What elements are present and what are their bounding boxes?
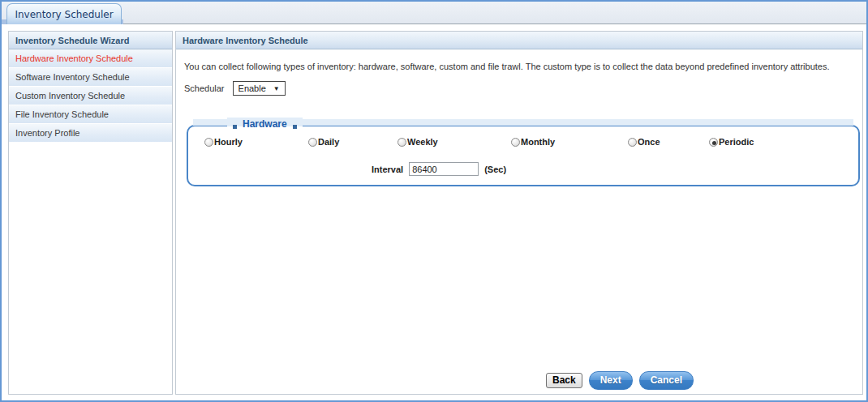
radio-option-daily[interactable]: Daily	[308, 137, 339, 147]
radio-icon[interactable]	[511, 138, 520, 147]
page-title: Hardware Inventory Schedule	[176, 32, 862, 49]
schedular-row: Schedular Enable ▼	[184, 81, 862, 96]
cancel-button[interactable]: Cancel	[639, 371, 694, 390]
radio-icon[interactable]	[709, 138, 718, 147]
radio-label: Periodic	[719, 137, 754, 147]
content-area: Inventory Schedule Wizard Hardware Inven…	[8, 31, 863, 395]
button-row: Back Next Cancel	[546, 371, 694, 390]
back-button[interactable]: Back	[546, 373, 582, 388]
tab-label: Inventory Scheduler	[15, 9, 113, 20]
schedular-selected-value: Enable	[238, 83, 266, 93]
schedular-label: Schedular	[184, 83, 225, 93]
radio-option-periodic[interactable]: Periodic	[709, 137, 754, 147]
next-button[interactable]: Next	[589, 371, 633, 390]
main-panel: Hardware Inventory Schedule You can coll…	[175, 31, 863, 395]
sidebar-item-custom-inventory-schedule[interactable]: Custom Inventory Schedule	[9, 87, 172, 105]
chevron-down-icon: ▼	[273, 85, 280, 92]
sidebar-item-file-inventory-schedule[interactable]: File Inventory Schedule	[9, 105, 172, 124]
radio-option-once[interactable]: Once	[628, 137, 660, 147]
description-text: You can collect following types of inven…	[184, 62, 854, 71]
tab-strip: Inventory Scheduler	[2, 2, 866, 24]
radio-label: Hourly	[214, 137, 243, 147]
legend-dot-right-icon	[293, 125, 297, 129]
sidebar-title: Inventory Schedule Wizard	[9, 32, 172, 49]
radio-icon[interactable]	[628, 138, 637, 147]
radio-option-monthly[interactable]: Monthly	[511, 137, 555, 147]
radio-label: Weekly	[407, 137, 438, 147]
wizard-sidebar: Inventory Schedule Wizard Hardware Inven…	[8, 31, 173, 395]
legend-label: Hardware	[243, 118, 287, 130]
interval-row: Interval (Sec)	[372, 162, 506, 176]
sidebar-item-inventory-profile[interactable]: Inventory Profile	[9, 124, 172, 143]
inventory-scheduler-window: Inventory Scheduler Inventory Schedule W…	[0, 0, 868, 402]
radio-option-hourly[interactable]: Hourly	[204, 137, 243, 147]
interval-input[interactable]	[409, 162, 479, 176]
radio-icon[interactable]	[308, 138, 317, 147]
radio-icon[interactable]	[397, 138, 406, 147]
hardware-legend: Hardware	[227, 118, 303, 130]
interval-label: Interval	[372, 165, 403, 174]
radio-option-weekly[interactable]: Weekly	[397, 137, 438, 147]
tab-inventory-scheduler[interactable]: Inventory Scheduler	[6, 3, 122, 24]
sidebar-item-hardware-inventory-schedule[interactable]: Hardware Inventory Schedule	[9, 49, 172, 68]
radio-label: Once	[638, 137, 660, 147]
radio-icon[interactable]	[204, 138, 213, 147]
radio-label: Monthly	[521, 137, 555, 147]
legend-dot-left-icon	[233, 125, 237, 129]
radio-label: Daily	[318, 137, 339, 147]
hardware-schedule-group: Hardware Hourly Daily Weekly Mon	[187, 125, 860, 186]
interval-unit-label: (Sec)	[484, 165, 506, 174]
sidebar-item-software-inventory-schedule[interactable]: Software Inventory Schedule	[9, 68, 172, 87]
schedular-select[interactable]: Enable ▼	[233, 81, 286, 96]
